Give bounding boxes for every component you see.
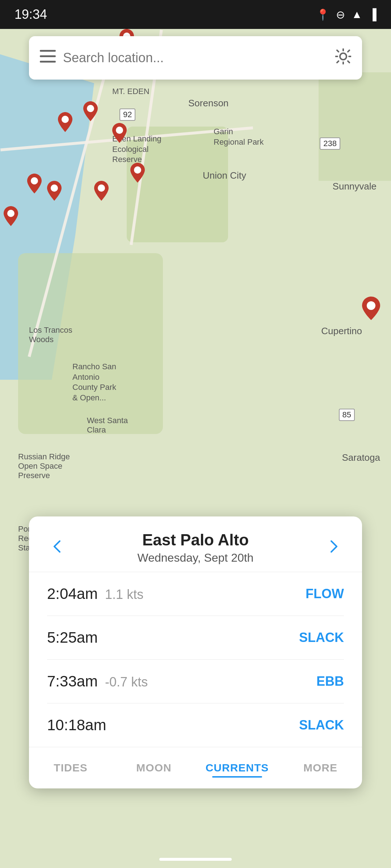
svg-point-5 bbox=[31, 177, 38, 184]
tide-type-4: SLACK bbox=[299, 718, 344, 733]
tide-entry-4-left: 10:18am bbox=[47, 716, 113, 734]
map-label-saratoga: Saratoga bbox=[342, 452, 380, 463]
map-label-russian: Russian RidgeOpen SpacePreserve bbox=[18, 452, 70, 480]
tab-bar: TIDES MOON CURRENTS MORE bbox=[29, 747, 362, 788]
status-bar: 19:34 📍 ⊖ ▲ ▐ bbox=[0, 0, 391, 29]
map-marker[interactable] bbox=[130, 163, 145, 184]
svg-point-7 bbox=[98, 184, 105, 192]
tide-type-2: SLACK bbox=[299, 630, 344, 645]
battery-icon: ▐ bbox=[369, 8, 377, 21]
map-marker[interactable] bbox=[47, 181, 62, 202]
tab-more-label: MORE bbox=[279, 762, 362, 774]
tide-time-4: 10:18am bbox=[47, 716, 106, 734]
bottom-panel: East Palo Alto Wednesday, Sept 20th 2:04… bbox=[29, 516, 362, 788]
tide-speed-1: 1.1 kts bbox=[105, 587, 143, 602]
dnd-icon: ⊖ bbox=[336, 8, 345, 21]
map-marker[interactable] bbox=[94, 181, 109, 202]
location-name: East Palo Alto bbox=[138, 531, 254, 549]
map-marker[interactable] bbox=[4, 206, 18, 227]
prev-day-button[interactable] bbox=[47, 534, 69, 561]
tide-time-3: 7:33am bbox=[47, 673, 98, 690]
tide-speed-3: -0.7 kts bbox=[105, 675, 148, 690]
tide-entry-2-left: 5:25am bbox=[47, 629, 105, 646]
map-marker-selected[interactable] bbox=[362, 297, 380, 322]
map-label-cupertino: Cupertino bbox=[321, 326, 362, 337]
home-indicator bbox=[159, 858, 232, 861]
tide-type-1: FLOW bbox=[306, 586, 344, 601]
svg-point-2 bbox=[87, 105, 94, 112]
map-label-mteden: MT. EDEN bbox=[112, 87, 150, 96]
settings-icon[interactable] bbox=[335, 48, 351, 68]
location-info: East Palo Alto Wednesday, Sept 20th bbox=[138, 531, 254, 565]
tab-moon[interactable]: MOON bbox=[112, 754, 196, 785]
map-label-sunnyvale: Sunnyvale bbox=[333, 181, 377, 192]
hamburger-icon[interactable] bbox=[40, 50, 56, 66]
tide-entry-4: 10:18am SLACK bbox=[47, 703, 344, 747]
svg-point-3 bbox=[116, 127, 123, 134]
tide-entry-3: 7:33am -0.7 kts EBB bbox=[47, 660, 344, 703]
map-label-garin: GarinRegional Park bbox=[214, 127, 264, 147]
svg-point-6 bbox=[51, 184, 58, 192]
tab-tides-label: TIDES bbox=[29, 762, 112, 774]
svg-point-4 bbox=[134, 166, 141, 174]
tab-moon-label: MOON bbox=[112, 762, 196, 774]
wifi-icon: ▲ bbox=[352, 8, 362, 21]
svg-point-8 bbox=[367, 301, 375, 310]
map-marker[interactable] bbox=[83, 101, 98, 123]
panel-header: East Palo Alto Wednesday, Sept 20th bbox=[29, 516, 362, 572]
map-label-rancho: Rancho SanAntonioCounty Park& Open... bbox=[72, 362, 116, 403]
status-time: 19:34 bbox=[14, 7, 47, 22]
status-icons: 📍 ⊖ ▲ ▐ bbox=[316, 8, 377, 21]
svg-point-1 bbox=[62, 116, 69, 123]
location-date: Wednesday, Sept 20th bbox=[138, 551, 254, 565]
map-marker[interactable] bbox=[27, 174, 42, 195]
svg-rect-11 bbox=[40, 55, 56, 57]
tab-more[interactable]: MORE bbox=[279, 754, 362, 785]
tide-entry-1: 2:04am 1.1 kts FLOW bbox=[47, 572, 344, 616]
tab-tides[interactable]: TIDES bbox=[29, 754, 112, 785]
next-day-button[interactable] bbox=[322, 534, 344, 561]
search-input[interactable] bbox=[63, 50, 328, 65]
search-bar bbox=[29, 36, 362, 80]
tide-entry-2: 5:25am SLACK bbox=[47, 616, 344, 660]
map-label-losaltos: Los TrancosWoods bbox=[29, 326, 72, 344]
map-label-union: Union City bbox=[203, 170, 246, 181]
tab-active-indicator bbox=[212, 776, 262, 778]
svg-point-9 bbox=[7, 210, 14, 217]
map-label-westsanta: West SantaClara bbox=[87, 416, 128, 435]
map-marker[interactable] bbox=[112, 123, 127, 144]
svg-rect-12 bbox=[40, 61, 56, 63]
tide-time-1: 2:04am bbox=[47, 585, 98, 603]
tide-list: 2:04am 1.1 kts FLOW 5:25am SLACK 7:33am … bbox=[29, 572, 362, 747]
tide-entry-1-left: 2:04am 1.1 kts bbox=[47, 585, 143, 603]
tide-time-2: 5:25am bbox=[47, 629, 98, 646]
tide-type-3: EBB bbox=[316, 674, 344, 689]
tab-currents[interactable]: CURRENTS bbox=[196, 754, 279, 785]
tide-entry-3-left: 7:33am -0.7 kts bbox=[47, 673, 148, 690]
svg-point-13 bbox=[340, 53, 346, 60]
tab-currents-label: CURRENTS bbox=[196, 762, 279, 774]
map-marker[interactable] bbox=[58, 112, 72, 133]
map-label-sorenson: Sorenson bbox=[188, 98, 228, 109]
svg-rect-10 bbox=[40, 50, 56, 52]
location-icon: 📍 bbox=[316, 8, 329, 21]
